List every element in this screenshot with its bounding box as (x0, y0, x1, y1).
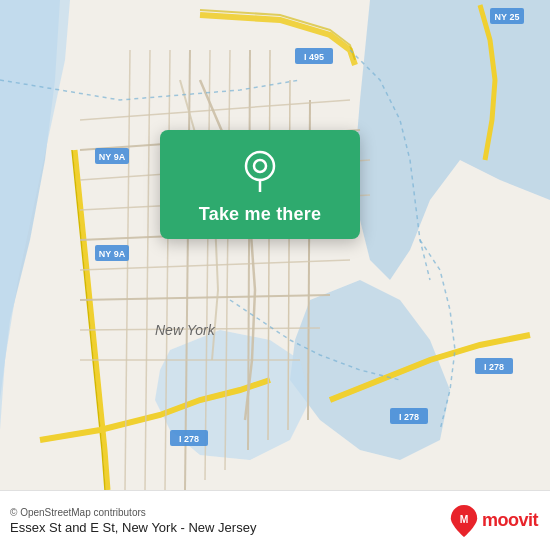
svg-text:M: M (460, 513, 469, 524)
location-pin-icon (238, 148, 282, 192)
take-me-there-label: Take me there (199, 204, 321, 225)
svg-text:I 495: I 495 (304, 52, 324, 62)
svg-text:I 278: I 278 (179, 434, 199, 444)
svg-text:New York: New York (155, 322, 216, 338)
map-background: I 495 NY 9A NY 9A I 278 I 278 I 278 NY 2… (0, 0, 550, 490)
bottom-bar: © OpenStreetMap contributors Essex St an… (0, 490, 550, 550)
moovit-logo: M moovit (450, 505, 538, 537)
svg-point-36 (254, 160, 266, 172)
svg-text:I 278: I 278 (399, 412, 419, 422)
svg-text:NY 25: NY 25 (495, 12, 520, 22)
map-container: I 495 NY 9A NY 9A I 278 I 278 I 278 NY 2… (0, 0, 550, 490)
svg-text:NY 9A: NY 9A (99, 249, 126, 259)
take-me-there-button[interactable]: Take me there (160, 130, 360, 239)
moovit-brand-icon: M (450, 505, 478, 537)
svg-text:I 278: I 278 (484, 362, 504, 372)
bottom-info: © OpenStreetMap contributors Essex St an… (10, 507, 256, 535)
svg-point-35 (246, 152, 274, 180)
osm-attribution: © OpenStreetMap contributors (10, 507, 256, 518)
moovit-text: moovit (482, 510, 538, 531)
svg-text:NY 9A: NY 9A (99, 152, 126, 162)
location-label: Essex St and E St, New York - New Jersey (10, 520, 256, 535)
